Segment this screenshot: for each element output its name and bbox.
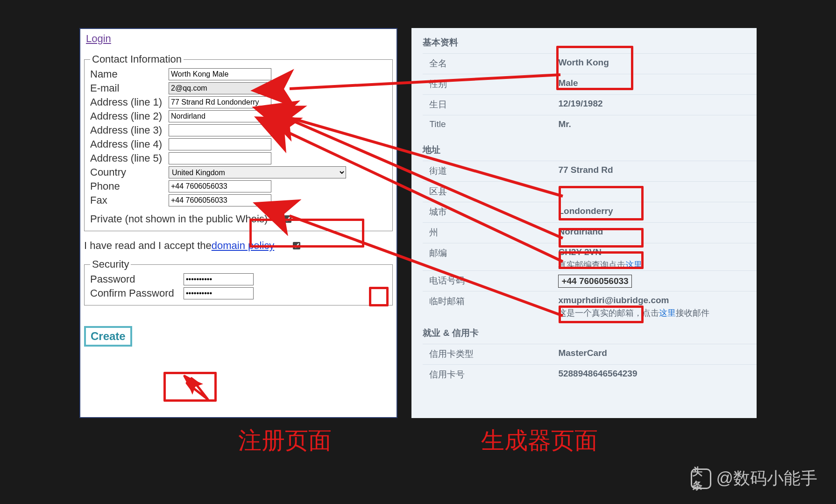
country-select[interactable]: United Kingdom (169, 166, 346, 178)
fullname-value: Worth Kong (558, 57, 609, 68)
phone-input[interactable] (169, 180, 271, 192)
city-value: Londonderry (558, 206, 613, 216)
create-button[interactable]: Create (84, 326, 132, 347)
state-label: 州 (423, 227, 558, 239)
private-label: Private (not shown in the public Whois) (90, 213, 284, 225)
address2-label: Address (line 2) (90, 110, 169, 122)
cardtype-value: MasterCard (558, 348, 607, 358)
address1-label: Address (line 1) (90, 96, 169, 108)
policy-text: I have read and I accept the (84, 240, 212, 252)
watermark-author: @数码小能手 (716, 467, 817, 490)
phone-label: Phone (90, 180, 169, 192)
contact-legend: Contact Information (90, 53, 184, 65)
confirm-password-label: Confirm Password (90, 287, 184, 299)
domain-policy-link[interactable]: domain policy (212, 240, 275, 252)
phone-gen-label: 电话号码 (423, 275, 558, 287)
tempmail-sub-suffix: 接收邮件 (676, 308, 709, 318)
birthday-label: 生日 (423, 99, 558, 111)
login-link[interactable]: Login (86, 33, 111, 45)
zip-label: 邮编 (423, 247, 558, 259)
address3-input[interactable] (169, 124, 271, 136)
security-legend: Security (90, 258, 131, 270)
cardtype-label: 信用卡类型 (423, 348, 558, 360)
zip-sub-text: 真实邮编查询点击 (558, 260, 625, 270)
zip-lookup-link[interactable]: 这里 (625, 260, 642, 270)
private-checkbox[interactable] (284, 215, 291, 223)
address5-input[interactable] (169, 152, 271, 164)
watermark-logo-icon: 头条 (691, 469, 711, 489)
gender-value: Male (558, 78, 578, 88)
title-value: Mr. (558, 119, 571, 129)
fax-label: Fax (90, 194, 169, 206)
generator-panel: 基本资料 全名 Worth Kong 性别 Male 生日 12/19/1982… (411, 28, 757, 418)
address2-input[interactable] (169, 110, 271, 122)
street-value: 77 Strand Rd (558, 165, 613, 175)
street-label: 街道 (423, 165, 558, 177)
tempmail-receive-link[interactable]: 这里 (659, 308, 676, 318)
address4-input[interactable] (169, 138, 271, 150)
address3-label: Address (line 3) (90, 124, 169, 136)
district-label: 区县 (423, 185, 558, 198)
name-label: Name (90, 68, 169, 80)
country-label: Country (90, 166, 169, 178)
title-label: Title (423, 119, 558, 129)
email-label: E-mail (90, 82, 169, 94)
tempmail-sub-prefix: 这是一个真实的邮箱，点击 (558, 308, 659, 318)
email-input[interactable] (169, 82, 271, 94)
section-address: 地址 (423, 144, 757, 156)
tempmail-label: 临时邮箱 (423, 295, 558, 307)
cardnum-value: 5288948646564239 (558, 369, 637, 379)
fullname-label: 全名 (423, 57, 558, 70)
password-input[interactable] (184, 273, 254, 285)
address5-label: Address (line 5) (90, 152, 169, 164)
cursor-arrow-icon (182, 374, 215, 406)
state-value: Nordirland (558, 227, 603, 237)
contact-info-fieldset: Contact Information Name E-mail Address … (84, 53, 393, 231)
city-label: 城市 (423, 206, 558, 218)
address4-label: Address (line 4) (90, 138, 169, 150)
birthday-value: 12/19/1982 (558, 99, 602, 109)
section-work-card: 就业 & 信用卡 (423, 327, 757, 339)
section-basic-info: 基本资料 (423, 36, 757, 49)
caption-left: 注册页面 (238, 425, 332, 456)
tempmail-value: xmuprhdiri@iubridge.com (558, 295, 669, 305)
fax-input[interactable] (169, 194, 271, 206)
registration-form-panel: Login Contact Information Name E-mail Ad… (79, 28, 397, 418)
address1-input[interactable] (169, 96, 271, 108)
phone-gen-value[interactable]: +44 7606056033 (558, 275, 631, 288)
caption-right: 生成器页面 (481, 425, 598, 456)
password-label: Password (90, 273, 184, 285)
watermark: 头条 @数码小能手 (691, 467, 817, 490)
zip-value: CH2Y 2VN (558, 247, 602, 257)
confirm-password-input[interactable] (184, 287, 254, 299)
security-fieldset: Security Password Confirm Password (84, 258, 393, 305)
cardnum-label: 信用卡号 (423, 369, 558, 381)
gender-label: 性别 (423, 78, 558, 90)
policy-checkbox[interactable] (293, 242, 300, 249)
name-input[interactable] (169, 68, 271, 80)
